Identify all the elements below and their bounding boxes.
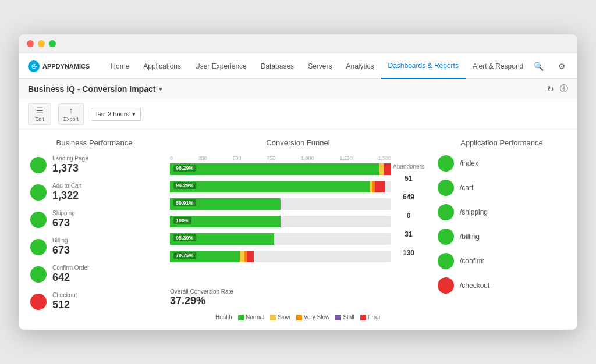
nav-user-experience[interactable]: User Experience [188, 53, 254, 79]
bp-label-2: Shipping [52, 210, 75, 216]
abandoner-val-5 [391, 265, 426, 278]
bp-item: Billing 673 [30, 237, 158, 256]
bp-label-0: Landing Page [52, 155, 88, 162]
bp-info-4: Confirm Order 642 [52, 265, 89, 284]
edit-label: Edit [35, 116, 44, 122]
legend-stall: Stall [335, 314, 354, 320]
funnel-bar-fill-2 [170, 198, 281, 210]
bp-dot-1 [30, 184, 47, 201]
minimize-button[interactable] [38, 40, 45, 47]
legend-stall-dot [335, 315, 341, 320]
funnel-bar-wrapper-5: 79.75% [170, 251, 391, 262]
ap-label-4: /confirm [460, 257, 485, 265]
titlebar [19, 34, 577, 53]
bp-info-0: Landing Page 1,373 [52, 155, 88, 174]
bp-value-3: 673 [52, 244, 70, 256]
axis-1250: 1,250 [339, 155, 353, 161]
page-title-area: Business IQ - Conversion Impact ▾ [28, 84, 162, 94]
settings-button[interactable]: ⚙ [554, 58, 570, 74]
nav-actions: 🔍 ⚙ [530, 58, 570, 74]
legend-very-slow-label: Very Slow [304, 314, 329, 320]
abandoner-val-3: 31 [391, 228, 426, 241]
ap-label-2: /shipping [460, 208, 488, 216]
subheader-actions: ↻ ⓘ [547, 84, 568, 94]
close-button[interactable] [27, 40, 34, 47]
bp-title: Business Performance [30, 138, 158, 147]
bp-value-5: 512 [52, 299, 77, 311]
refresh-icon[interactable]: ↻ [547, 84, 554, 94]
bar-red-0 [384, 163, 391, 175]
bp-value-1: 1,322 [52, 190, 82, 202]
bp-value-0: 1,373 [52, 162, 88, 174]
cf-title: Conversion Funnel [170, 138, 426, 147]
bar-yellow-0 [379, 163, 384, 175]
legend-slow-dot [270, 315, 276, 320]
funnel-bar-fill-4 [170, 233, 274, 245]
bp-dot-4 [30, 266, 47, 283]
bp-info-2: Shipping 673 [52, 210, 75, 229]
conversion-funnel-panel: Conversion Funnel 0 250 500 750 1,000 1,… [170, 138, 426, 320]
nav-dashboards[interactable]: Dashboards & Reports [381, 53, 466, 79]
logo: ◎ APPDYNAMICS [28, 60, 90, 72]
nav-servers[interactable]: Servers [301, 53, 339, 79]
bp-info-3: Billing 673 [52, 237, 70, 256]
maximize-button[interactable] [49, 40, 56, 47]
main-content: Business Performance Landing Page 1,373 … [19, 129, 577, 330]
legend-normal-label: Normal [246, 314, 264, 320]
time-range-select[interactable]: last 2 hours ▾ [91, 108, 141, 121]
dashboard-grid: Business Performance Landing Page 1,373 … [30, 138, 566, 320]
funnel-row-0: 96.29% [170, 163, 391, 175]
navbar: ◎ APPDYNAMICS Home Applications User Exp… [19, 53, 577, 79]
funnel-row-1: 96.29% [170, 181, 391, 192]
legend-very-slow-dot [296, 315, 302, 320]
bar-green-4 [170, 233, 274, 245]
bar-green-5 [170, 251, 240, 262]
funnel-bar-fill-1 [170, 181, 385, 192]
bp-label-5: Checkout [52, 292, 77, 298]
edit-button[interactable]: ☰ Edit [28, 103, 51, 125]
ap-item-1: /cart [438, 180, 566, 196]
ap-label-1: /cart [460, 184, 473, 192]
bp-label-3: Billing [52, 237, 70, 244]
legend-error-dot [360, 315, 366, 320]
axis-0: 0 [170, 155, 173, 161]
time-range-value: last 2 hours [96, 110, 129, 117]
help-icon[interactable]: ⓘ [560, 84, 568, 94]
abandoners-col: 51649031130 [391, 172, 426, 278]
bar-green-1 [170, 181, 370, 192]
ap-items-container: /index /cart /shipping /billing /confirm… [438, 155, 566, 294]
funnel-row-5: 79.75% [170, 251, 391, 262]
legend-error-label: Error [368, 314, 381, 320]
ap-dot-5 [438, 277, 454, 294]
bp-value-2: 673 [52, 217, 75, 229]
nav-databases[interactable]: Databases [254, 53, 301, 79]
title-dropdown-icon[interactable]: ▾ [159, 85, 162, 93]
nav-home[interactable]: Home [104, 53, 136, 79]
legend-error: Error [360, 314, 381, 320]
overall-value: 37.29% [170, 295, 426, 307]
bp-item: Add to Cart 1,322 [30, 183, 158, 202]
bp-dot-2 [30, 212, 47, 228]
funnel-bar-wrapper-0: 96.29% [170, 163, 391, 175]
ap-item-0: /index [438, 155, 566, 172]
funnel-bar-fill-5 [170, 251, 254, 262]
nav-analytics[interactable]: Analytics [339, 53, 381, 79]
bp-item: Landing Page 1,373 [30, 155, 158, 174]
nav-applications[interactable]: Applications [136, 53, 188, 79]
ap-dot-4 [438, 253, 454, 269]
bp-dot-0 [30, 157, 47, 173]
export-button[interactable]: ↑ Export [58, 103, 84, 125]
nav-alert[interactable]: Alert & Respond [466, 53, 530, 79]
ap-dot-3 [438, 229, 454, 245]
nav-items: Home Applications User Experience Databa… [104, 53, 530, 79]
bar-green-0 [170, 163, 379, 175]
bar-green-3 [170, 216, 281, 227]
logo-icon: ◎ [28, 60, 40, 72]
search-button[interactable]: 🔍 [530, 58, 547, 74]
ap-label-0: /index [460, 159, 478, 167]
ap-item-5: /checkout [438, 277, 566, 294]
funnel-row-4: 95.39% [170, 233, 391, 245]
main-window: ◎ APPDYNAMICS Home Applications User Exp… [19, 34, 577, 330]
abandoner-val-1: 649 [391, 191, 426, 204]
bp-dot-5 [30, 294, 47, 310]
